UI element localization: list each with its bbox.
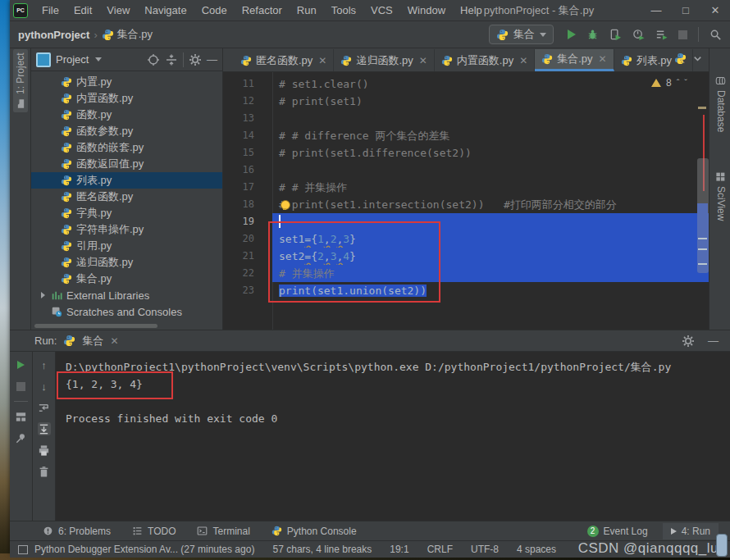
run-configuration-selector[interactable]: 集合 [489,25,554,44]
code-line[interactable]: print(set1.union(set2)) [272,282,709,299]
stripe-button-database[interactable]: Database [715,75,727,132]
close-tab-icon[interactable]: ✕ [318,55,326,66]
editor-scrollbar-thumb[interactable] [697,158,709,273]
scroll-to-end-button[interactable] [38,422,51,435]
pin-tab-button[interactable] [15,431,28,444]
horizontal-scrollbar[interactable] [34,324,157,328]
tree-item[interactable]: 匿名函数.py [31,189,222,205]
line-number[interactable]: 12 [223,93,272,110]
line-number[interactable]: 22 [223,265,272,282]
tree-item[interactable]: 集合.py [31,271,222,287]
hide-panel-button[interactable]: — [207,53,217,66]
run-console-output[interactable]: D:\pythonProject1\pythonProject\venv\Scr… [56,352,730,521]
search-everywhere-icon[interactable] [709,29,722,41]
close-tab-icon[interactable]: ✕ [419,55,427,66]
toolwindow-todo[interactable]: TODO [132,526,176,537]
menu-item-tools[interactable]: Tools [324,0,363,20]
collapse-all-icon[interactable] [165,53,178,66]
code-line[interactable]: # # 并集操作 [272,179,709,196]
breadcrumb-file[interactable]: 集合.py [117,27,153,42]
stripe-button-sciview[interactable]: SciView [715,171,727,221]
editor-gutter[interactable]: 11121314151617181920212223 [223,72,272,330]
toolwindow-python-console[interactable]: Python Console [271,526,357,537]
prev-problem-icon[interactable]: ˆ [677,78,680,88]
code-line[interactable] [272,162,709,179]
profiler-button[interactable] [632,29,645,41]
code-line[interactable] [272,110,709,127]
line-number[interactable]: 20 [223,230,272,248]
inspection-widget[interactable]: 8 ˆ ˇ [651,77,687,89]
status-message[interactable]: Python Debugger Extension Av... (27 minu… [18,544,254,555]
restore-layout-button[interactable] [15,410,28,423]
line-number[interactable]: 13 [223,110,272,127]
gear-icon[interactable] [189,53,202,66]
close-tab-icon[interactable]: ✕ [519,55,527,66]
up-stack-trace-button[interactable]: ↑ [38,358,51,371]
line-number[interactable]: 23 [223,282,272,299]
toolwindow-terminal[interactable]: Terminal [197,526,249,537]
menu-item-vcs[interactable]: VCS [363,0,400,20]
close-button[interactable]: ✕ [700,0,730,20]
code-line[interactable]: # 并集操作 [272,265,709,282]
status-encoding[interactable]: UTF-8 [471,544,499,555]
project-panel-title[interactable]: Project [56,53,89,66]
line-number[interactable]: 16 [223,162,272,179]
menu-item-file[interactable]: File [34,0,66,20]
stop-button[interactable] [678,30,687,39]
menu-item-window[interactable]: Window [400,0,453,20]
editor-tab[interactable]: 匿名函数.py✕ [234,49,334,71]
tree-item[interactable]: External Libraries [31,287,222,303]
line-number[interactable]: 15 [223,144,272,162]
minimize-button[interactable]: — [641,0,671,20]
run-with-configuration-button[interactable] [655,29,668,41]
line-number[interactable]: 21 [223,248,272,265]
stop-button[interactable] [15,380,28,393]
next-problem-icon[interactable]: ˇ [684,78,687,88]
tree-item[interactable]: 字符串操作.py [31,221,222,238]
maximize-button[interactable]: □ [671,0,700,20]
line-number[interactable]: 17 [223,179,272,196]
code-lines[interactable]: # set1.clear()# print(set1)# # differenc… [272,72,709,330]
tree-item[interactable]: 列表.py [31,172,222,189]
code-line[interactable]: # print(set1.intersection(set2)) #打印两部分相… [272,196,709,213]
down-stack-trace-button[interactable]: ↓ [38,380,51,393]
close-icon[interactable]: ✕ [110,335,118,347]
tree-item[interactable]: 引用.py [31,238,222,254]
rerun-button[interactable] [15,358,28,371]
code-line[interactable] [272,213,709,230]
locate-file-icon[interactable] [147,53,160,66]
menu-item-navigate[interactable]: Navigate [137,0,194,20]
soft-wrap-button[interactable] [38,401,51,414]
tree-item[interactable]: 内置.py [31,74,222,90]
code-line[interactable]: set2={2,3,4} [272,248,709,265]
tree-item[interactable]: 函数.py [31,107,222,123]
status-caret-position[interactable]: 19:1 [390,544,408,555]
toolwindow-run[interactable]: 4: Run [663,523,719,540]
line-number[interactable]: 19 [223,213,272,230]
menu-item-refactor[interactable]: Refactor [235,0,290,20]
run-button[interactable] [568,30,576,39]
menu-item-view[interactable]: View [99,0,137,20]
chevron-down-icon[interactable] [691,52,704,65]
tree-item[interactable]: Scratches and Consoles [31,303,222,320]
menu-item-run[interactable]: Run [290,0,324,20]
code-line[interactable]: # print(set1.difference(set2)) [272,144,709,162]
status-line-separator[interactable]: CRLF [427,544,453,555]
overlay-scrollbar-thumb[interactable] [716,534,728,557]
line-number[interactable]: 11 [223,75,272,93]
tree-item[interactable]: 字典.py [31,205,222,221]
line-number[interactable]: 14 [223,127,272,144]
menu-item-code[interactable]: Code [194,0,235,20]
line-number[interactable]: 18 [223,196,272,213]
print-button[interactable] [38,444,51,457]
close-tab-icon[interactable]: ✕ [599,53,607,65]
coverage-button[interactable] [609,29,622,41]
code-line[interactable]: # print(set1) [272,93,709,110]
tree-item[interactable]: 内置函数.py [31,90,222,107]
menu-item-edit[interactable]: Edit [66,0,99,20]
tree-item[interactable]: 函数返回值.py [31,156,222,172]
run-tab-name[interactable]: 集合 [82,334,103,348]
editor-tab[interactable]: 递归函数.py✕ [334,49,434,71]
status-indent[interactable]: 4 spaces [517,544,556,555]
hide-panel-button[interactable]: — [708,335,719,347]
